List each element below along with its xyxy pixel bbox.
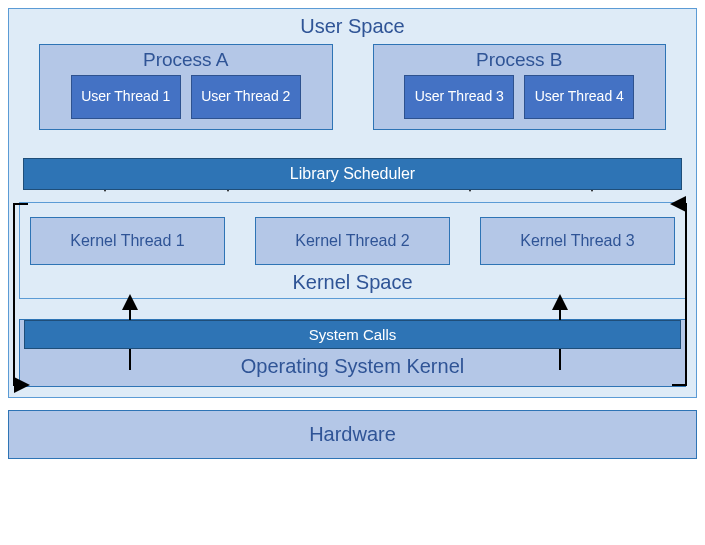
- user-thread-3: User Thread 3: [404, 75, 514, 119]
- process-a-threads: User Thread 1 User Thread 2: [48, 75, 324, 119]
- kernel-thread-3: Kernel Thread 3: [480, 217, 675, 265]
- process-a-title: Process A: [48, 49, 324, 71]
- os-kernel-container: System Calls Operating System Kernel: [19, 319, 686, 387]
- system-calls: System Calls: [24, 320, 681, 349]
- hardware-box: Hardware: [8, 410, 697, 459]
- kernel-threads-row: Kernel Thread 1 Kernel Thread 2 Kernel T…: [30, 217, 675, 265]
- user-space-title: User Space: [19, 15, 686, 38]
- kernel-thread-2: Kernel Thread 2: [255, 217, 450, 265]
- user-thread-4: User Thread 4: [524, 75, 634, 119]
- os-kernel-title: Operating System Kernel: [26, 349, 679, 380]
- process-a: Process A User Thread 1 User Thread 2: [39, 44, 333, 130]
- user-thread-2: User Thread 2: [191, 75, 301, 119]
- kernel-space-container: Kernel Thread 1 Kernel Thread 2 Kernel T…: [19, 202, 686, 299]
- user-thread-1: User Thread 1: [71, 75, 181, 119]
- kernel-space-title: Kernel Space: [30, 271, 675, 294]
- process-row: Process A User Thread 1 User Thread 2 Pr…: [19, 44, 686, 130]
- user-space-container: User Space Process A User Thread 1 User …: [8, 8, 697, 398]
- library-scheduler: Library Scheduler: [23, 158, 682, 190]
- process-b-title: Process B: [382, 49, 658, 71]
- process-b-threads: User Thread 3 User Thread 4: [382, 75, 658, 119]
- process-b: Process B User Thread 3 User Thread 4: [373, 44, 667, 130]
- kernel-thread-1: Kernel Thread 1: [30, 217, 225, 265]
